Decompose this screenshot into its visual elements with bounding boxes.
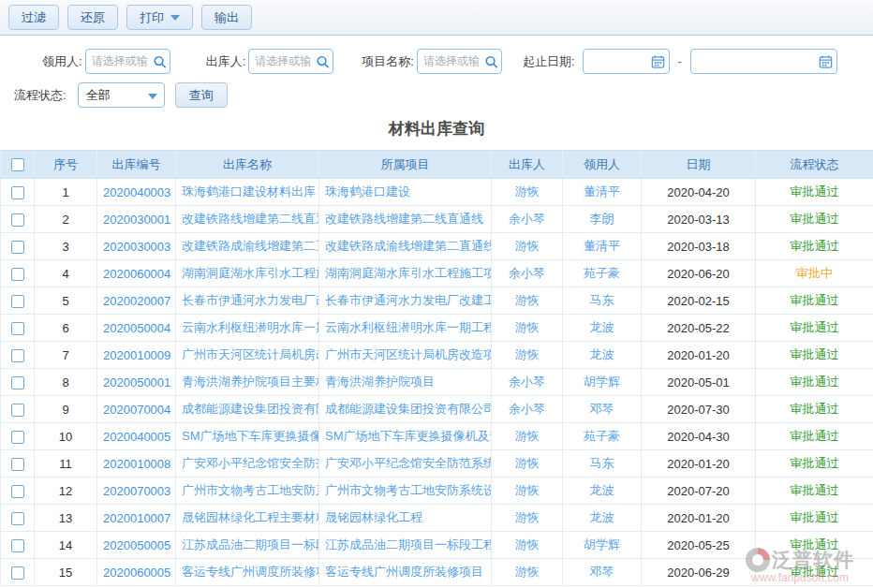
- search-icon[interactable]: [484, 54, 498, 68]
- cell-project[interactable]: 改建铁路线增建第二线直通线: [319, 206, 492, 233]
- row-checkbox[interactable]: [11, 539, 24, 552]
- date-end-input[interactable]: [690, 49, 837, 74]
- cell-name[interactable]: 湖南洞庭湖水库引水工程施: [176, 260, 319, 287]
- cell-issuer[interactable]: 游恢: [492, 342, 563, 369]
- row-checkbox[interactable]: [11, 431, 24, 444]
- cell-code[interactable]: 2020060005: [97, 559, 176, 586]
- cell-code[interactable]: 2020010007: [97, 505, 176, 532]
- cell-recipient[interactable]: 苑子豪: [563, 423, 642, 450]
- cell-name[interactable]: 成都能源建设集团投资有限: [176, 396, 319, 423]
- cell-project[interactable]: 江苏成品油二期项目一标段工程: [319, 532, 492, 559]
- cell-code[interactable]: 2020040003: [97, 179, 176, 206]
- cell-issuer[interactable]: 游恢: [492, 179, 563, 206]
- row-checkbox[interactable]: [11, 485, 24, 498]
- cell-code[interactable]: 2020050005: [97, 532, 176, 559]
- restore-button[interactable]: 还原: [67, 5, 118, 30]
- cell-code[interactable]: 2020010009: [97, 342, 176, 369]
- issuer-input[interactable]: 请选择或输: [248, 49, 333, 74]
- cell-code[interactable]: 2020070004: [97, 396, 176, 423]
- cell-project[interactable]: 广州市文物考古工地安防系统设计: [319, 478, 492, 505]
- cell-recipient[interactable]: 龙波: [563, 478, 642, 505]
- cell-name[interactable]: 客运专线广州调度所装修项: [176, 559, 319, 586]
- cell-issuer[interactable]: 游恢: [492, 532, 563, 559]
- cell-recipient[interactable]: 董清平: [563, 233, 642, 260]
- cell-name[interactable]: 广安邓小平纪念馆安全防范: [176, 450, 319, 478]
- cell-recipient[interactable]: 胡学辉: [563, 369, 642, 396]
- cell-issuer[interactable]: 余小琴: [492, 206, 563, 233]
- cell-recipient[interactable]: 龙波: [563, 505, 642, 532]
- cell-code[interactable]: 2020060004: [97, 260, 176, 287]
- row-checkbox[interactable]: [11, 322, 24, 335]
- cell-name[interactable]: 晟铭园林绿化工程主要材料: [176, 505, 319, 532]
- cell-issuer[interactable]: 游恢: [492, 505, 563, 532]
- cell-recipient[interactable]: 马东: [563, 287, 642, 315]
- process-status-select[interactable]: 全部: [78, 82, 165, 108]
- cell-recipient[interactable]: 邓琴: [563, 559, 642, 586]
- row-checkbox[interactable]: [11, 349, 24, 362]
- cell-recipient[interactable]: 董清平: [563, 179, 642, 206]
- cell-project[interactable]: 广安邓小平纪念馆安全防范系统: [319, 450, 492, 478]
- cell-project[interactable]: 晟铭园林绿化工程: [319, 505, 492, 532]
- cell-project[interactable]: 长春市伊通河水力发电厂改建工程: [319, 287, 492, 315]
- cell-issuer[interactable]: 游恢: [492, 233, 563, 260]
- cell-name[interactable]: 广州市天河区统计局机房改: [176, 342, 319, 369]
- cell-recipient[interactable]: 胡学辉: [563, 532, 642, 559]
- row-checkbox[interactable]: [11, 213, 24, 227]
- filter-button[interactable]: 过滤: [8, 5, 59, 30]
- cell-project[interactable]: 成都能源建设集团投资有限公司: [319, 396, 492, 423]
- cell-name[interactable]: 改建铁路线增建第二线直通: [176, 206, 319, 233]
- cell-project[interactable]: 珠海鹤港口建设: [319, 179, 492, 206]
- cell-recipient[interactable]: 马东: [563, 450, 642, 478]
- print-button[interactable]: 打印: [126, 5, 193, 30]
- cell-name[interactable]: 改建铁路成渝线增建第二直: [176, 233, 319, 260]
- date-start-input[interactable]: [583, 49, 670, 74]
- select-all-checkbox[interactable]: [11, 158, 24, 171]
- cell-project[interactable]: 广州市天河区统计局机房改造项目: [319, 342, 492, 369]
- cell-project[interactable]: SM广场地下车库更换摄像机及安装: [319, 423, 492, 450]
- cell-code[interactable]: 2020020007: [97, 287, 176, 315]
- cell-issuer[interactable]: 游恢: [492, 559, 563, 586]
- cell-project[interactable]: 改建铁路成渝线增建第二直通线: [319, 233, 492, 260]
- row-checkbox[interactable]: [11, 241, 24, 254]
- calendar-icon[interactable]: [819, 54, 833, 68]
- row-checkbox[interactable]: [11, 268, 24, 281]
- cell-code[interactable]: 2020030001: [97, 206, 176, 233]
- row-checkbox[interactable]: [11, 295, 24, 308]
- cell-issuer[interactable]: 余小琴: [492, 369, 563, 396]
- cell-issuer[interactable]: 游恢: [492, 450, 563, 478]
- cell-recipient[interactable]: 苑子豪: [563, 260, 642, 287]
- cell-code[interactable]: 2020050004: [97, 315, 176, 342]
- cell-code[interactable]: 2020010008: [97, 450, 176, 478]
- row-checkbox[interactable]: [11, 186, 24, 199]
- cell-issuer[interactable]: 游恢: [492, 315, 563, 342]
- query-button[interactable]: 查询: [175, 82, 228, 108]
- row-checkbox[interactable]: [11, 566, 24, 580]
- cell-name[interactable]: 云南水利枢纽潜明水库一期: [176, 315, 319, 342]
- cell-project[interactable]: 云南水利枢纽潜明水库一期工程: [319, 315, 492, 342]
- cell-name[interactable]: 长春市伊通河水力发电厂改: [176, 287, 319, 315]
- row-checkbox[interactable]: [11, 376, 24, 390]
- cell-name[interactable]: 珠海鹤港口建设材料出库: [176, 179, 319, 206]
- cell-issuer[interactable]: 游恢: [492, 478, 563, 505]
- recipient-input[interactable]: 请选择或输: [85, 49, 170, 74]
- export-button[interactable]: 输出: [201, 5, 252, 30]
- cell-recipient[interactable]: 李朗: [563, 206, 642, 233]
- cell-recipient[interactable]: 邓琴: [563, 396, 642, 423]
- cell-project[interactable]: 湖南洞庭湖水库引水工程施工项目: [319, 260, 492, 287]
- search-icon[interactable]: [153, 54, 167, 68]
- cell-name[interactable]: 青海洪湖养护院项目主要材: [176, 369, 319, 396]
- cell-project[interactable]: 客运专线广州调度所装修项目: [319, 559, 492, 586]
- row-checkbox[interactable]: [11, 512, 24, 525]
- cell-recipient[interactable]: 龙波: [563, 342, 642, 369]
- row-checkbox[interactable]: [11, 404, 24, 417]
- cell-code[interactable]: 2020070003: [97, 478, 176, 505]
- cell-issuer[interactable]: 余小琴: [492, 396, 563, 423]
- search-icon[interactable]: [316, 54, 330, 68]
- cell-code[interactable]: 2020040005: [97, 423, 176, 450]
- row-checkbox[interactable]: [11, 458, 24, 471]
- cell-name[interactable]: 广州市文物考古工地安防系: [176, 478, 319, 505]
- calendar-icon[interactable]: [651, 54, 665, 68]
- cell-issuer[interactable]: 游恢: [492, 287, 563, 315]
- cell-recipient[interactable]: 龙波: [563, 315, 642, 342]
- cell-name[interactable]: SM广场地下车库更换摄像机: [176, 423, 319, 450]
